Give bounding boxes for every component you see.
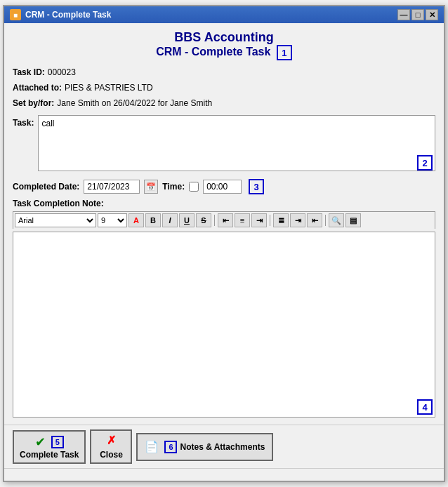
region-6-badge: 6 (164, 441, 177, 453)
date-time-row: Completed Date: 📅 Time: 3 (13, 179, 435, 194)
toolbar-divider-3 (325, 215, 326, 226)
notes-attachments-button[interactable]: 📄 6 Notes & Attachments (136, 433, 273, 461)
italic-button[interactable]: I (162, 213, 178, 227)
task-id-label: Task ID: (13, 66, 45, 79)
close-label: Close (100, 450, 123, 460)
form-title: CRM - Complete Task 1 (13, 45, 435, 60)
toolbar-divider-1 (214, 215, 215, 226)
complete-task-label: Complete Task (20, 450, 79, 460)
app-icon: ■ (10, 9, 21, 20)
calendar-button[interactable]: 📅 (144, 180, 158, 194)
close-button[interactable]: ✗ Close (90, 429, 132, 464)
region-2-badge: 2 (417, 155, 433, 171)
time-label: Time: (162, 182, 185, 192)
notes-label: Notes & Attachments (180, 442, 265, 452)
task-id-row: Task ID: 000023 (13, 66, 435, 79)
outdent-button[interactable]: ⇤ (307, 213, 322, 227)
align-right-button[interactable]: ⇥ (251, 213, 267, 227)
title-bar: ■ CRM - Complete Task — □ ✕ (4, 6, 444, 23)
header-section: BBS Accounting CRM - Complete Task 1 (13, 30, 435, 60)
complete-check-icon: ✔ (35, 434, 46, 450)
font-color-button[interactable]: A (129, 213, 144, 227)
list-button[interactable]: ≣ (273, 213, 289, 227)
attached-label: Attached to: (13, 81, 62, 94)
font-select[interactable]: Arial Times New Roman Courier New (15, 213, 96, 227)
task-input[interactable]: call (38, 115, 435, 171)
footer: ✔ 5 Complete Task ✗ Close 📄 6 Notes & At… (4, 425, 444, 468)
title-bar-left: ■ CRM - Complete Task (10, 9, 111, 20)
completed-date-label: Completed Date: (13, 182, 79, 192)
attached-value: PIES & PASTRIES LTD (65, 81, 153, 94)
notes-icon: 📄 (145, 440, 159, 453)
note-label: Task Completion Note: (13, 199, 435, 208)
task-section: Task: call 2 (13, 115, 435, 173)
time-input[interactable] (203, 180, 242, 194)
task-id-value: 000023 (48, 66, 76, 79)
close-x-icon: ✗ (107, 434, 116, 447)
set-by-label: Set by/for: (13, 97, 54, 109)
html-button[interactable]: ▤ (345, 213, 361, 227)
align-left-button[interactable]: ⇤ (218, 213, 233, 227)
complete-task-button[interactable]: ✔ 5 Complete Task (13, 430, 86, 464)
set-by-row: Set by/for: Jane Smith on 26/04/2022 for… (13, 97, 435, 109)
bold-button[interactable]: B (145, 213, 161, 227)
minimize-button[interactable]: — (397, 9, 410, 20)
company-name: BBS Accounting (13, 30, 435, 45)
indent-button[interactable]: ⇥ (290, 213, 305, 227)
note-area-wrapper: 4 (13, 232, 435, 418)
maximize-button[interactable]: □ (411, 9, 424, 20)
toolbar-divider-2 (270, 215, 270, 226)
status-bar (4, 468, 444, 481)
task-field-label: Task: (13, 118, 34, 128)
set-by-value: Jane Smith on 26/04/2022 for Jane Smith (57, 97, 212, 109)
time-checkbox[interactable] (189, 182, 199, 192)
region-1-badge: 1 (277, 45, 292, 60)
region-5-badge: 5 (51, 436, 64, 448)
region-4-badge: 4 (417, 399, 433, 415)
search-button[interactable]: 🔍 (329, 213, 344, 227)
underline-button[interactable]: U (179, 213, 195, 227)
title-bar-controls: — □ ✕ (397, 9, 438, 20)
content-area: BBS Accounting CRM - Complete Task 1 Tas… (4, 23, 444, 425)
formatting-toolbar: Arial Times New Roman Courier New 9 10 1… (13, 211, 435, 229)
strikethrough-button[interactable]: S (196, 213, 211, 227)
note-textarea[interactable] (13, 232, 435, 418)
window-title: CRM - Complete Task (25, 10, 111, 20)
region-3-badge: 3 (249, 179, 264, 194)
completed-date-input[interactable] (84, 180, 140, 194)
main-window: ■ CRM - Complete Task — □ ✕ BBS Accounti… (3, 5, 445, 482)
font-size-select[interactable]: 9 10 12 (98, 213, 127, 227)
close-button[interactable]: ✕ (426, 9, 438, 20)
attached-row: Attached to: PIES & PASTRIES LTD (13, 81, 435, 94)
align-center-button[interactable]: ≡ (235, 213, 250, 227)
